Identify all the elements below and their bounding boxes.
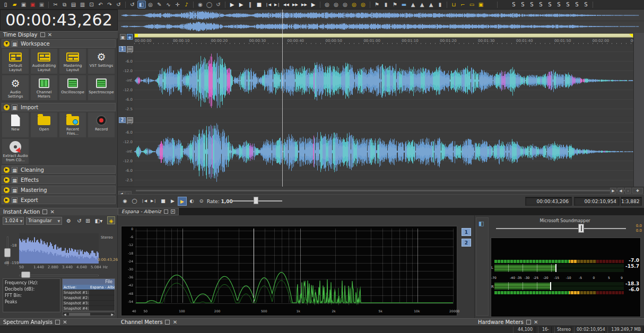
horizontal-scrollbar[interactable]: ◀– ▶ ◀ – ✚ xyxy=(118,187,644,194)
expand-icon[interactable]: ▶ xyxy=(4,177,10,183)
open-icon[interactable]: ▰ xyxy=(11,1,19,8)
spectrum-analysis-tab[interactable]: Spectrum Analysis ✕ xyxy=(0,318,118,326)
paste-special-icon[interactable]: ▥ xyxy=(79,1,87,8)
scroll-right-icon[interactable]: ▶ xyxy=(610,188,616,194)
refresh-icon[interactable]: ↺ xyxy=(75,217,83,225)
scrub-button[interactable]: ⊙ xyxy=(197,197,206,206)
table-row[interactable]: Snapshot #2: xyxy=(63,295,115,301)
waveform-editor[interactable]: 00:00:0000:00:1000:00:2000:00:3000:00:40… xyxy=(118,33,644,187)
task-button-new[interactable]: New xyxy=(2,112,29,137)
paste-icon[interactable]: ▤ xyxy=(69,1,78,8)
expand-icon[interactable]: ▼ xyxy=(4,41,10,47)
scroll-left2-icon[interactable]: ◀ xyxy=(617,188,624,194)
dock-icon[interactable] xyxy=(526,320,531,325)
chase-icon[interactable]: ↺ xyxy=(128,1,137,8)
fft-size-select[interactable]: 1.024▼ xyxy=(3,217,24,225)
table-row[interactable]: Snapshot #3: xyxy=(63,301,115,306)
channel-2[interactable]: -2.5-6.0-12.0-inf.-12.0-6.0-2.5 2 — xyxy=(118,117,644,187)
task-button-layout-mastering[interactable]: MasteringLayout xyxy=(59,49,86,74)
effects-section-header[interactable]: ▶▦Effects xyxy=(2,176,116,184)
redo-icon[interactable]: ↷ xyxy=(106,1,114,8)
task-button-audio-settings[interactable]: ⚙AudioSettings xyxy=(2,75,29,100)
task-button-channel-meters[interactable]: ChannelMeters xyxy=(31,75,57,100)
play-all-icon[interactable]: ▶ xyxy=(228,1,237,8)
expand-icon[interactable]: ▶ xyxy=(4,167,10,173)
ff-end-icon[interactable]: ▶▶ xyxy=(300,1,309,8)
sync-icon[interactable]: ↺ xyxy=(214,1,223,8)
close-icon[interactable]: ✕ xyxy=(50,209,55,214)
record-button[interactable]: ◉ xyxy=(120,197,129,206)
dock-icon[interactable] xyxy=(55,320,60,325)
task-button-oscilloscope[interactable]: Oscilloscope xyxy=(59,75,86,100)
snapshot-icon[interactable]: ⊞ xyxy=(84,217,92,225)
zoom-norm-icon[interactable]: ◎ xyxy=(350,1,359,8)
task-button-layout-default[interactable]: DefaultLayout xyxy=(2,49,29,74)
speaker-icon[interactable]: ◧ xyxy=(478,220,484,227)
output-gain-handle[interactable] xyxy=(578,224,584,233)
script-1-icon[interactable]: S xyxy=(510,1,518,8)
fx-bypass-icon[interactable]: ⌐ xyxy=(459,1,467,8)
channel-1-meter-button[interactable]: 1 xyxy=(462,228,471,236)
export-section-header[interactable]: ▶▦Export xyxy=(2,196,116,204)
play-button[interactable]: ▶ xyxy=(168,197,177,206)
ruler-lock-icon[interactable]: ▣ xyxy=(120,34,126,40)
time-ruler[interactable]: 00:00:0000:00:1000:00:2000:00:3000:00:40… xyxy=(134,38,633,45)
script-4-icon[interactable]: S xyxy=(537,1,545,8)
mastering-section-header[interactable]: ▶▦Mastering xyxy=(2,186,116,194)
zoom-out-icon[interactable]: ◎ xyxy=(341,1,350,8)
fx-preset-icon[interactable]: ▭ xyxy=(468,1,476,8)
task-button-open[interactable]: Open xyxy=(31,112,57,137)
play-all-button[interactable]: ▶ xyxy=(178,197,187,206)
save-icon[interactable]: ▣ xyxy=(20,1,28,8)
task-button-recent-files[interactable]: RecentFiles... xyxy=(59,112,86,137)
close-icon[interactable]: ✕ xyxy=(63,320,67,325)
save-all-icon[interactable]: ▣ xyxy=(38,1,46,8)
event-tool-icon[interactable]: ✛ xyxy=(173,1,182,8)
zoom-in-icon[interactable]: ✚ xyxy=(632,188,643,194)
stop-icon[interactable]: ■ xyxy=(255,1,264,8)
marker-icon[interactable]: ⚑ xyxy=(373,1,381,8)
stat-1-icon[interactable]: ▲ xyxy=(409,1,417,8)
play-icon[interactable]: ▶ xyxy=(237,1,246,8)
loop-region-bar[interactable] xyxy=(134,33,633,38)
repeat-icon[interactable]: ↺ xyxy=(115,1,123,8)
overview-waveform[interactable] xyxy=(118,10,644,33)
rewind-icon[interactable]: ◀◀ xyxy=(282,1,291,8)
close-icon[interactable]: ✕ xyxy=(171,209,175,214)
stat-2-icon[interactable]: ▲ xyxy=(418,1,427,8)
script-2-icon[interactable]: S xyxy=(519,1,527,8)
task-button-layout-audioediting[interactable]: AudioEditingLayout xyxy=(31,49,57,74)
channel-2-meter-button[interactable]: 2 xyxy=(462,239,471,247)
stop-button[interactable]: ■ xyxy=(159,197,168,206)
copy-icon[interactable]: ⧉ xyxy=(60,1,69,8)
zoom-window-icon[interactable]: ◎ xyxy=(359,1,368,8)
stat-3-icon[interactable]: ▲ xyxy=(427,1,436,8)
script-9-icon[interactable]: S xyxy=(582,1,590,8)
dock-icon[interactable] xyxy=(42,209,47,214)
channel-2-minimize[interactable]: — xyxy=(127,117,133,123)
loop-playback-button[interactable]: ◯ xyxy=(130,197,139,206)
script-6-icon[interactable]: S xyxy=(555,1,563,8)
script-8-icon[interactable]: S xyxy=(573,1,581,8)
close-icon[interactable]: ✕ xyxy=(48,32,53,37)
monitor-speaker-icon[interactable]: ◧▾ xyxy=(93,217,104,225)
table-row[interactable]: Active:Espana - Albeniz xyxy=(63,285,115,290)
go-end-icon[interactable]: ▶❘ xyxy=(273,1,282,8)
table-row[interactable]: Snapshot #1: xyxy=(63,290,115,295)
task-button-extract-cd[interactable]: Extract Audiofrom CD... xyxy=(2,139,29,164)
loop-record-icon[interactable]: ◯ xyxy=(205,1,214,8)
lock-icon[interactable]: ◈ xyxy=(107,216,115,224)
dock-icon[interactable] xyxy=(165,320,170,325)
dock-icon[interactable] xyxy=(164,209,168,214)
script-5-icon[interactable]: S xyxy=(546,1,554,8)
spectrum-vslider-handle[interactable] xyxy=(4,248,11,257)
go-to-end-button[interactable]: ▶❘ xyxy=(149,197,158,206)
region-icon[interactable]: ▮ xyxy=(382,1,390,8)
import-section-header[interactable]: ▼▦Import xyxy=(2,103,116,111)
script-7-icon[interactable]: S xyxy=(564,1,572,8)
task-button-vst-settings[interactable]: ⚙VST Settings xyxy=(88,49,115,74)
channel-1-button[interactable]: 1 xyxy=(119,46,126,52)
fx-chain-icon[interactable]: ⊔ xyxy=(450,1,458,8)
hardware-meters-tab[interactable]: Hardware Meters ✕ xyxy=(475,318,644,326)
document-tab[interactable]: Espana - Albeniz ✕ xyxy=(118,208,179,215)
